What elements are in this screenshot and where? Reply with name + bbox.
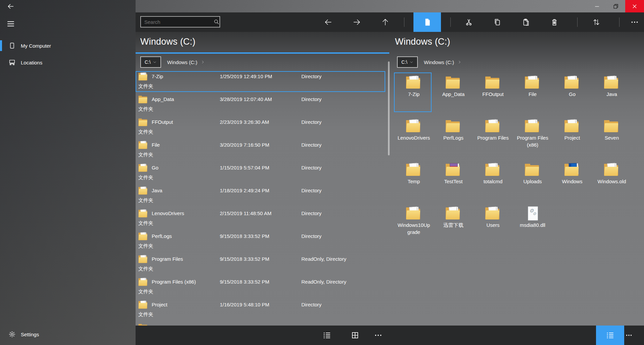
folder-docs-icon [564, 119, 580, 133]
file-row[interactable]: Java 1/18/2019 2:49:24 PM Directory 文件夹 [136, 185, 387, 207]
file-row[interactable]: Project 1/16/2019 5:48:10 PM Directory 文… [136, 299, 387, 322]
titlebar-back-button[interactable] [5, 2, 16, 11]
computer-icon [8, 42, 16, 49]
cut-button[interactable] [460, 12, 478, 32]
grid-item[interactable]: Project [552, 115, 592, 158]
file-row[interactable]: FFOutput 2/23/2019 3:26:30 AM Directory … [136, 116, 387, 139]
file-row[interactable]: Program Files (x86) 9/15/2018 3:33:52 PM… [136, 276, 387, 299]
grid-item[interactable]: Program Files (x86) [513, 115, 552, 158]
file-name: Program Files (x86) [152, 279, 196, 285]
file-row[interactable]: 7-Zip 1/25/2019 12:49:10 PM Directory 文件… [136, 70, 387, 93]
network-icon [8, 59, 16, 66]
file-name: 7-Zip [396, 91, 431, 98]
right-pane-more-button[interactable] [620, 326, 638, 345]
breadcrumb-item[interactable]: Windows (C:) [167, 59, 197, 65]
grid-item[interactable]: Program Files [473, 115, 513, 158]
grid-item[interactable]: msdia80.dll [513, 202, 552, 246]
file-date: 3/28/2019 12:07:40 AM [220, 96, 272, 102]
nav-back-button[interactable] [319, 12, 337, 32]
file-row[interactable]: PerfLogs 9/15/2018 3:33:52 PM Directory … [136, 230, 387, 253]
file-name: Java [594, 91, 629, 98]
active-pane-indicator [136, 52, 389, 54]
file-category: 文件夹 [138, 243, 153, 249]
file-dll-icon [525, 207, 541, 220]
copy-button[interactable] [489, 12, 506, 32]
folder-icon [138, 95, 148, 104]
file-name: Seven [594, 134, 629, 141]
file-row[interactable]: App_Data 3/28/2019 12:07:40 AM Directory… [136, 93, 387, 116]
nav-up-button[interactable] [377, 12, 394, 32]
sort-button[interactable] [588, 12, 605, 32]
grid-item[interactable]: Seven [592, 115, 632, 158]
grid-item[interactable]: Temp [394, 158, 434, 202]
new-file-button[interactable] [413, 12, 441, 32]
file-category: 文件夹 [138, 175, 153, 181]
list-view-button[interactable] [318, 326, 336, 345]
grid-item[interactable]: App_Data [434, 71, 473, 115]
file-row[interactable]: Go 1/15/2019 5:57:04 PM Directory 文件夹 [136, 162, 387, 185]
file-name: Users [476, 221, 510, 229]
grid-item[interactable]: Uploads [513, 158, 552, 202]
grid-item[interactable]: Windows [552, 158, 592, 202]
file-name: Program Files [152, 256, 183, 262]
file-name: LenovoDrivers [152, 210, 184, 216]
drive-dropdown[interactable]: C:\ [140, 56, 161, 68]
content-area: Windows (C:) C:\ Windows (C:) 7-Zip [136, 32, 644, 326]
grid-item[interactable]: Windows10Upgrade [394, 202, 434, 246]
grid-item[interactable]: TestTest [434, 158, 473, 202]
toolbar-separator [619, 17, 620, 27]
file-date: 9/15/2018 3:33:52 PM [220, 256, 269, 262]
folder-icon [485, 76, 501, 89]
file-name: Project [152, 302, 167, 307]
file-name: Program Files [476, 134, 510, 141]
grid-item[interactable]: 迅雷下载 [434, 202, 473, 246]
grid-item[interactable]: Go [552, 71, 592, 115]
grid-item[interactable]: Users [473, 202, 513, 246]
search-input[interactable] [141, 19, 213, 25]
folder-docs-icon [138, 187, 148, 195]
grid-item[interactable]: File [513, 71, 552, 115]
search-box[interactable] [140, 16, 220, 28]
chevron-down-icon [409, 60, 413, 64]
file-row[interactable]: Seven 3/24/2019 10:49:44 PM Directory 文件… [136, 322, 387, 326]
toolbar [136, 12, 644, 32]
breadcrumb: C:\ Windows (C:) [140, 56, 205, 68]
breadcrumb-item[interactable]: Windows (C:) [424, 59, 454, 65]
sidebar-item-settings[interactable]: Settings [0, 328, 136, 341]
grid-item[interactable]: PerfLogs [434, 115, 473, 158]
restore-button[interactable] [606, 0, 625, 12]
file-row[interactable]: LenovoDrivers 2/15/2019 11:48:50 AM Dire… [136, 207, 387, 230]
scissors-icon [465, 18, 473, 26]
grid-item[interactable]: Windows.old [592, 158, 632, 202]
more-button[interactable] [626, 12, 643, 32]
folder-docs-icon [138, 164, 148, 172]
file-category: 文件夹 [138, 311, 153, 318]
grid-item[interactable]: LenovoDrivers [394, 115, 434, 158]
file-type: Directory [301, 210, 321, 216]
file-row[interactable]: Program Files 9/15/2018 3:33:52 PM ReadO… [136, 253, 387, 276]
paste-button[interactable] [517, 12, 535, 32]
grid-item[interactable]: FFOutput [473, 71, 513, 115]
hamburger-menu-button[interactable] [4, 18, 17, 29]
drive-dropdown[interactable]: C:\ [397, 56, 418, 68]
minimize-button[interactable] [588, 0, 606, 12]
grid-item[interactable]: 7-Zip [394, 71, 434, 115]
grid-item[interactable]: Java [592, 71, 632, 115]
close-button[interactable] [625, 0, 644, 12]
file-date: 2/23/2019 3:26:30 AM [220, 119, 269, 125]
grid-view-button[interactable] [346, 326, 364, 345]
delete-button[interactable] [546, 12, 563, 32]
file-category: 文件夹 [138, 83, 153, 90]
search-icon [213, 18, 220, 25]
file-name: Project [555, 134, 590, 141]
grid-item[interactable]: totalcmd [473, 158, 513, 202]
sidebar-item-label: Locations [21, 60, 42, 65]
more-views-button[interactable] [369, 326, 387, 345]
nav-forward-button[interactable] [348, 12, 365, 32]
sidebar-item-locations[interactable]: Locations [0, 56, 136, 69]
list-view-icon [606, 331, 614, 340]
file-date: 9/15/2018 3:33:52 PM [220, 233, 269, 239]
file-row[interactable]: File 3/20/2019 7:16:50 PM Directory 文件夹 [136, 139, 387, 162]
toolbar-separator [450, 17, 451, 27]
sidebar-item-my-computer[interactable]: My Computer [0, 39, 136, 52]
